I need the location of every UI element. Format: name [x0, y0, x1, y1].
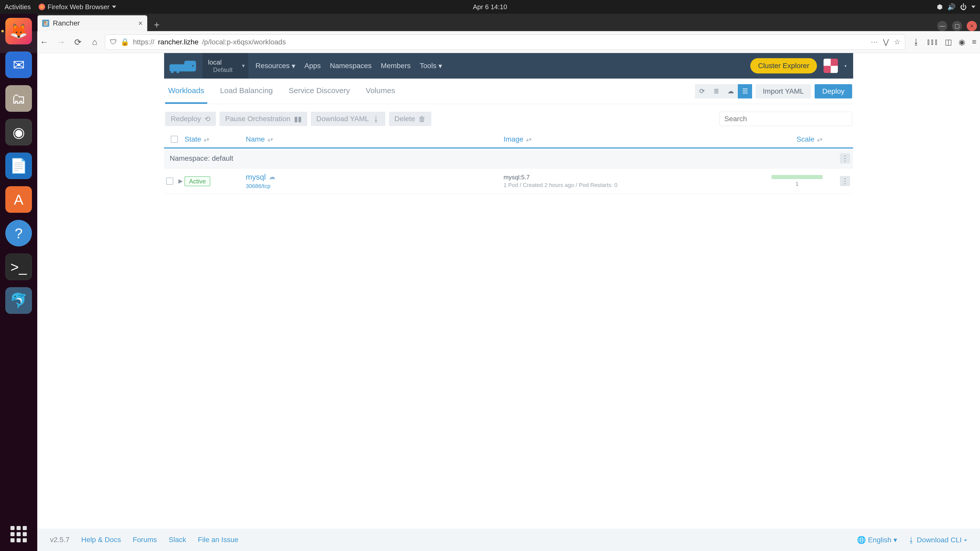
namespace-group-header: Namespace: default ⋮ [164, 148, 853, 168]
nav-apps[interactable]: Apps [304, 62, 321, 70]
menu-icon[interactable]: ≡ [972, 38, 977, 46]
workload-port-link[interactable]: 30686/tcp [246, 183, 504, 189]
show-applications-button[interactable] [11, 526, 27, 542]
bookmark-star-icon[interactable]: ☆ [894, 38, 900, 46]
tab-service-discovery[interactable]: Service Discovery [286, 79, 353, 104]
version-label: v2.5.7 [50, 536, 69, 544]
chevron-down-icon [112, 6, 116, 8]
view-toggle-group: ⟳ ≣ ☁ ☰ [695, 84, 752, 98]
app-menu-button[interactable]: Firefox Web Browser [38, 3, 116, 11]
trash-icon: 🗑 [418, 115, 426, 123]
column-image[interactable]: Image▴▾ [504, 135, 759, 143]
search-input[interactable] [719, 112, 852, 126]
workload-image: mysql:5.7 [504, 174, 759, 181]
pocket-icon[interactable]: ⋁ [883, 38, 889, 46]
power-icon[interactable]: ⏻ [960, 3, 967, 11]
dock-thunderbird[interactable]: ✉ [5, 52, 32, 78]
system-menu-chevron-icon[interactable] [971, 6, 975, 8]
deploy-button[interactable]: Deploy [815, 84, 852, 98]
cluster-project-selector[interactable]: local Default ▾ [202, 53, 248, 79]
view-grouped-button[interactable]: ☰ [738, 84, 752, 98]
download-cli-link[interactable]: ⭳ Download CLI ▾ [908, 536, 967, 544]
user-menu-chevron-icon[interactable]: ▾ [845, 64, 846, 68]
footer-file-issue-link[interactable]: File an Issue [198, 536, 239, 544]
page-actions-icon[interactable]: ⋯ [871, 38, 878, 46]
row-actions-menu[interactable]: ⋮ [840, 176, 850, 186]
footer-forums-link[interactable]: Forums [133, 536, 157, 544]
account-icon[interactable]: ◉ [959, 38, 965, 46]
view-list-button[interactable]: ≣ [709, 84, 724, 98]
nav-back-button[interactable]: ← [38, 35, 51, 49]
tab-workloads[interactable]: Workloads [165, 79, 207, 104]
status-badge: Active [185, 176, 210, 186]
svg-rect-3 [171, 69, 173, 73]
dock-mysql-workbench[interactable]: 🐬 [5, 287, 32, 314]
dock-help[interactable]: ? [5, 220, 32, 246]
clock[interactable]: Apr 6 14:10 [473, 3, 507, 11]
nav-reload-button[interactable]: ⟳ [71, 35, 84, 49]
workload-name-link[interactable]: mysql ☁ [246, 173, 504, 181]
bulk-download-yaml-button[interactable]: Download YAML⭳ [311, 112, 385, 126]
bulk-pause-button[interactable]: Pause Orchestration▮▮ [220, 112, 307, 126]
address-bar[interactable]: 🛡 🔒 https://rancher.lizhe/p/local:p-x6qs… [105, 35, 905, 50]
activities-button[interactable]: Activities [5, 3, 31, 11]
download-icon: ⭳ [372, 115, 380, 123]
bulk-delete-button[interactable]: Delete🗑 [389, 112, 431, 126]
select-all-checkbox[interactable] [171, 136, 178, 143]
globe-icon: 🌐 [857, 536, 866, 544]
nav-members[interactable]: Members [381, 62, 410, 70]
window-close-button[interactable]: × [967, 21, 977, 31]
browser-tab-rancher[interactable]: 🐮 Rancher × [38, 15, 147, 31]
shield-icon[interactable]: 🛡 [110, 38, 117, 46]
network-icon[interactable]: ⬢ [937, 3, 943, 11]
column-name[interactable]: Name▴▾ [246, 135, 504, 143]
nav-tools[interactable]: Tools ▾ [420, 62, 442, 70]
column-scale[interactable]: Scale▴▾ [759, 135, 853, 143]
downloads-icon[interactable]: ⭳ [912, 38, 920, 46]
nav-resources[interactable]: Resources ▾ [256, 62, 295, 70]
group-actions-menu[interactable]: ⋮ [840, 153, 850, 164]
tab-strip: 🐮 Rancher × + — ▢ × [0, 14, 980, 31]
dock-firefox[interactable]: 🦊 [5, 18, 32, 44]
chevron-down-icon: ▾ [964, 536, 967, 544]
dock-files[interactable]: 🗂 [5, 85, 32, 112]
language-selector[interactable]: 🌐 English ▾ [857, 536, 897, 544]
nav-forward-button[interactable]: → [54, 35, 68, 49]
svg-point-2 [192, 65, 194, 67]
sort-icon: ▴▾ [526, 138, 531, 141]
nav-namespaces[interactable]: Namespaces [330, 62, 372, 70]
namespace-label: Namespace: default [170, 154, 233, 162]
lock-warning-icon[interactable]: 🔒 [121, 38, 129, 46]
volume-icon[interactable]: 🔊 [947, 3, 956, 11]
scale-bar [772, 175, 822, 179]
dock-terminal[interactable]: >_ [5, 254, 32, 280]
expand-row-icon[interactable]: ▶ [178, 178, 183, 184]
cluster-explorer-button[interactable]: Cluster Explorer [750, 58, 817, 73]
nav-home-button[interactable]: ⌂ [88, 35, 101, 49]
tab-favicon: 🐮 [42, 20, 49, 27]
dock-rhythmbox[interactable]: ◉ [5, 119, 32, 145]
view-cloud-button[interactable]: ☁ [724, 84, 738, 98]
footer-help-link[interactable]: Help & Docs [81, 536, 121, 544]
sidebar-icon[interactable]: ◫ [945, 38, 952, 46]
view-refresh-button[interactable]: ⟳ [695, 84, 709, 98]
window-minimize-button[interactable]: — [937, 21, 947, 31]
row-checkbox[interactable] [166, 178, 173, 185]
tab-load-balancing[interactable]: Load Balancing [217, 79, 276, 104]
dock-ubuntu-software[interactable]: A [5, 186, 32, 213]
pause-icon: ▮▮ [294, 115, 302, 123]
import-yaml-button[interactable]: Import YAML [756, 84, 811, 98]
library-icon[interactable]: ⫿⫿⫿ [927, 38, 938, 46]
bulk-redeploy-button[interactable]: Redeploy⟲ [165, 112, 216, 126]
tab-close-button[interactable]: × [138, 19, 143, 27]
rancher-header: local Default ▾ Resources ▾ Apps Namespa… [164, 53, 853, 79]
column-state[interactable]: State▴▾ [185, 135, 246, 143]
dock-libreoffice-writer[interactable]: 📄 [5, 152, 32, 179]
new-tab-button[interactable]: + [150, 18, 163, 31]
user-avatar[interactable] [824, 59, 838, 73]
rancher-logo[interactable] [164, 53, 202, 79]
window-maximize-button[interactable]: ▢ [952, 21, 962, 31]
sort-icon: ▴▾ [817, 138, 822, 141]
tab-volumes[interactable]: Volumes [363, 79, 398, 104]
footer-slack-link[interactable]: Slack [169, 536, 186, 544]
